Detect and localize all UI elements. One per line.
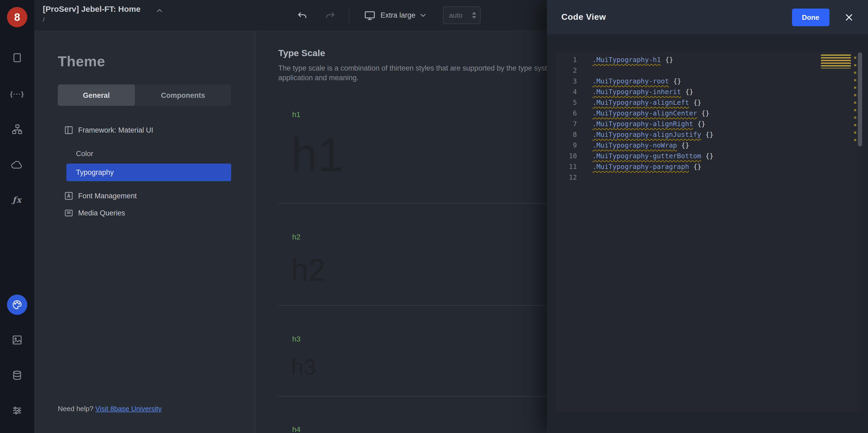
code-editor[interactable]: 1.MuiTypography-h1{} 2 3.MuiTypography-r… [556, 51, 860, 411]
line-number: 6 [556, 108, 577, 119]
file-icon[interactable] [0, 46, 34, 69]
step-down-icon[interactable] [472, 16, 476, 19]
braces: {} [693, 163, 701, 170]
theme-palette-icon[interactable] [0, 293, 34, 317]
code-line: 11.MuiTypography-paragraph{} [556, 161, 860, 172]
chevron-up-icon[interactable] [156, 5, 163, 15]
braces: {} [701, 109, 709, 117]
icon-rail: 8 {···} ƒx [0, 0, 34, 433]
sidebar-item-media-queries[interactable]: Media Queries [64, 206, 255, 220]
project-title[interactable]: [ProServ] Jebel-FT: Home [43, 4, 141, 13]
braces: {} [705, 130, 713, 138]
code-line: 6.MuiTypography-alignCenter{} [556, 108, 860, 119]
code-line: 8.MuiTypography-alignJustify{} [556, 129, 860, 140]
line-number: 10 [556, 151, 577, 161]
color-label: Color [76, 149, 93, 158]
css-selector: .MuiTypography-h1 [592, 56, 661, 64]
close-icon[interactable] [841, 10, 856, 25]
line-number: 8 [556, 129, 577, 140]
framework-row[interactable]: Framework: Material UI [64, 125, 255, 135]
line-number: 3 [556, 76, 577, 87]
css-selector: .MuiTypography-alignLeft [592, 98, 689, 106]
overview-ruler [854, 57, 856, 141]
redo-button[interactable] [322, 7, 338, 24]
divider [278, 305, 557, 306]
cloud-icon[interactable] [0, 153, 34, 176]
css-selector: .MuiTypography-alignJustify [592, 130, 701, 138]
braces: {} [697, 120, 705, 128]
help-footer: Need help? Visit 8base University [58, 405, 162, 413]
braces-glyph: {···} [10, 90, 24, 98]
functions-icon[interactable]: ƒx [0, 188, 34, 212]
css-selector: .MuiTypography-noWrap [592, 141, 677, 149]
done-button[interactable]: Done [792, 8, 830, 26]
chevron-down-icon [421, 13, 426, 17]
code-line: 12 [556, 172, 860, 183]
braces: {} [681, 141, 689, 149]
scrollbar-thumb[interactable] [858, 53, 862, 146]
line-number: 1 [556, 55, 577, 65]
line-number: 9 [556, 140, 577, 151]
stepper-arrows[interactable] [470, 12, 480, 19]
sidebar-item-color[interactable]: Color [34, 145, 255, 161]
zoom-stepper[interactable]: auto [443, 6, 480, 24]
code-line: 7.MuiTypography-alignRight{} [556, 119, 860, 129]
font-icon [64, 191, 73, 200]
braces: {} [693, 98, 701, 106]
braces: {} [685, 88, 693, 96]
css-selector: .MuiTypography-alignRight [592, 120, 693, 128]
code-line: 4.MuiTypography-inherit{} [556, 87, 860, 97]
help-text: Need help? [58, 405, 95, 413]
breadcrumb: / [43, 16, 45, 24]
sidebar-item-typography[interactable]: Typography [66, 164, 231, 181]
active-rail-highlight [7, 295, 27, 315]
code-line: 9.MuiTypography-noWrap{} [556, 140, 860, 151]
braces: {} [665, 56, 673, 64]
breakpoint-label: Extra large [380, 11, 415, 19]
minimap[interactable] [821, 54, 852, 182]
code-line: 3.MuiTypography-root{} [556, 76, 860, 87]
database-icon[interactable] [0, 364, 34, 387]
assets-image-icon[interactable] [0, 328, 34, 352]
line-number: 4 [556, 87, 577, 97]
braces-icon[interactable]: {···} [0, 82, 34, 106]
step-up-icon[interactable] [472, 12, 476, 14]
university-link[interactable]: Visit 8base University [95, 405, 162, 413]
settings-sliders-icon[interactable] [0, 399, 34, 422]
monitor-icon [364, 10, 376, 21]
app-window: 8 {···} ƒx [ProSe [0, 0, 868, 433]
undo-button[interactable] [294, 7, 310, 24]
tab-general[interactable]: General [58, 85, 135, 106]
components-icon[interactable] [0, 118, 34, 141]
framework-icon [64, 125, 73, 134]
code-view-title: Code View [561, 12, 792, 22]
code-line: 10.MuiTypography-gutterBottom{} [556, 151, 860, 161]
toolbar-divider [349, 7, 349, 23]
sidebar-item-font-management[interactable]: Font Management [64, 189, 255, 203]
line-number: 7 [556, 119, 577, 129]
scrollbar[interactable] [857, 51, 863, 411]
breakpoint-selector[interactable]: Extra large [364, 6, 426, 24]
code-line: 5.MuiTypography-alignLeft{} [556, 97, 860, 108]
font-management-label: Font Management [78, 192, 137, 200]
css-selector: .MuiTypography-gutterBottom [592, 152, 701, 160]
code-line: 1.MuiTypography-h1{} [556, 55, 860, 65]
theme-tabs: General Components [58, 85, 231, 106]
line-number: 12 [556, 172, 577, 183]
zoom-value: auto [444, 11, 470, 19]
braces: {} [673, 77, 681, 85]
code-view-panel: Code View Done 1.MuiTypography-h1{} 2 3.… [547, 0, 868, 433]
tab-components[interactable]: Components [135, 85, 231, 106]
css-selector: .MuiTypography-root [592, 77, 669, 85]
code-line: 2 [556, 65, 860, 76]
8base-logo[interactable]: 8 [7, 7, 27, 27]
theme-sidebar: Theme General Components Framework: Mate… [34, 31, 255, 433]
minimap-code-block [821, 55, 851, 68]
media-queries-icon [64, 208, 73, 217]
code-lines: 1.MuiTypography-h1{} 2 3.MuiTypography-r… [556, 51, 860, 183]
divider [278, 203, 557, 203]
divider [278, 396, 557, 397]
media-queries-label: Media Queries [78, 209, 125, 217]
logo-text: 8 [14, 11, 20, 23]
typography-label: Typography [76, 168, 114, 176]
